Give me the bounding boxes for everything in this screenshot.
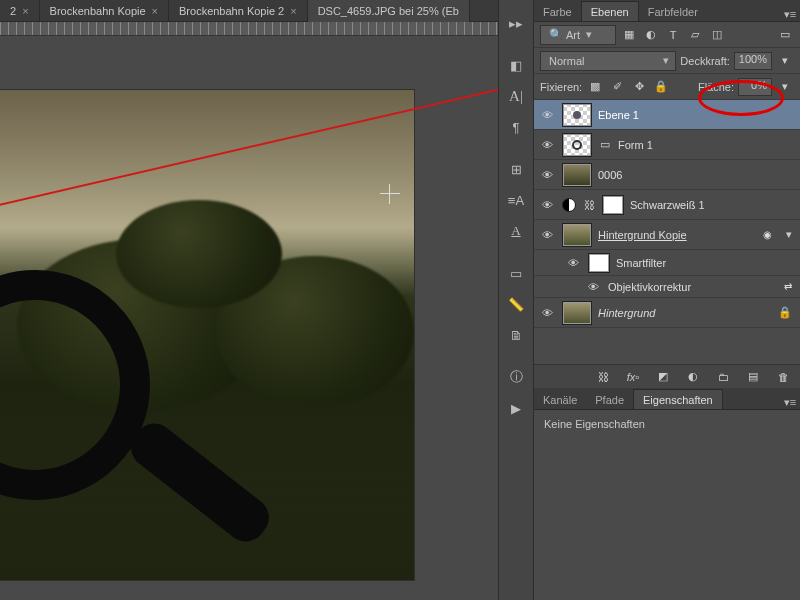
visibility-icon[interactable]: 👁 — [538, 109, 556, 121]
panel-menu-icon[interactable]: ▾≡ — [780, 8, 800, 21]
document-tab[interactable]: Brockenbahn Kopie× — [40, 0, 169, 22]
filter-adjust-icon[interactable]: ◐ — [642, 26, 660, 44]
layer-row[interactable]: 👁 Ebene 1 — [534, 100, 800, 130]
properties-empty-text: Keine Eigenschaften — [544, 418, 645, 430]
layer-thumbnail[interactable] — [562, 103, 592, 127]
measure-panel-icon[interactable]: 📏 — [502, 290, 530, 318]
add-mask-icon[interactable]: ◩ — [654, 368, 672, 386]
document-image[interactable] — [0, 90, 414, 580]
lock-all-icon[interactable]: 🔒 — [652, 78, 670, 96]
tab-swatches[interactable]: Farbfelder — [639, 2, 707, 21]
lock-image-icon[interactable]: ✐ — [608, 78, 626, 96]
history-panel-icon[interactable]: ◧ — [502, 51, 530, 79]
layer-row[interactable]: 👁 ▭ Form 1 — [534, 130, 800, 160]
play-icon[interactable]: ▶ — [502, 394, 530, 422]
fill-input[interactable]: 0% — [738, 78, 772, 96]
canvas-area[interactable] — [0, 36, 498, 600]
layer-thumbnail[interactable] — [562, 133, 592, 157]
character-panel-icon[interactable]: A| — [502, 82, 530, 110]
lock-position-icon[interactable]: ✥ — [630, 78, 648, 96]
close-icon[interactable]: × — [290, 5, 296, 17]
layer-name[interactable]: Objektivkorrektur — [608, 281, 691, 293]
layer-row[interactable]: 👁 Hintergrund 🔒 — [534, 298, 800, 328]
tab-properties[interactable]: Eigenschaften — [633, 389, 723, 409]
vector-mask-icon[interactable]: ▭ — [598, 138, 612, 152]
document-tab[interactable]: 2× — [0, 0, 40, 22]
filter-smart-icon[interactable]: ◫ — [708, 26, 726, 44]
layer-row[interactable]: 👁 ⛓ Schwarzweiß 1 — [534, 190, 800, 220]
document-tab[interactable]: Brockenbahn Kopie 2× — [169, 0, 308, 22]
layer-name[interactable]: Form 1 — [618, 139, 653, 151]
tab-label: 2 — [10, 5, 16, 17]
lock-transparent-icon[interactable]: ▩ — [586, 78, 604, 96]
link-icon[interactable]: ⛓ — [582, 198, 596, 212]
mask-thumbnail[interactable] — [602, 195, 624, 215]
close-icon[interactable]: × — [22, 5, 28, 17]
layer-name[interactable]: Schwarzweiß 1 — [630, 199, 705, 211]
visibility-icon[interactable]: 👁 — [538, 139, 556, 151]
layer-filter-row: 🔍Art▾ ▦ ◐ T ▱ ◫ ▭ — [534, 22, 800, 48]
info-panel-icon[interactable]: ⓘ — [502, 363, 530, 391]
tab-layers[interactable]: Ebenen — [581, 1, 639, 21]
tab-color[interactable]: Farbe — [534, 2, 581, 21]
tab-paths[interactable]: Pfade — [586, 390, 633, 409]
layer-row[interactable]: 👁 Smartfilter — [534, 250, 800, 276]
layer-name[interactable]: Hintergrund — [598, 307, 655, 319]
properties-panel-body: Keine Eigenschaften — [534, 410, 800, 438]
visibility-icon[interactable]: 👁 — [538, 307, 556, 319]
layer-name[interactable]: Hintergrund Kopie — [598, 229, 687, 241]
layer-name[interactable]: Ebene 1 — [598, 109, 639, 121]
new-layer-icon[interactable]: ▤ — [744, 368, 762, 386]
visibility-icon[interactable]: 👁 — [584, 281, 602, 293]
link-layers-icon[interactable]: ⛓ — [594, 368, 612, 386]
blend-mode-dropdown[interactable]: Normal ▾ — [540, 51, 676, 71]
filter-blend-icon[interactable]: ⇄ — [784, 281, 792, 292]
panel-tabbar-properties: Kanäle Pfade Eigenschaften ▾≡ — [534, 388, 800, 410]
visibility-icon[interactable]: 👁 — [564, 257, 582, 269]
delete-layer-icon[interactable]: 🗑 — [774, 368, 792, 386]
char-styles-icon[interactable]: A — [502, 217, 530, 245]
visibility-icon[interactable]: 👁 — [538, 199, 556, 211]
layer-thumbnail[interactable] — [562, 301, 592, 325]
panels-column: Farbe Ebenen Farbfelder ▾≡ 🔍Art▾ ▦ ◐ T ▱… — [534, 0, 800, 600]
layer-fx-icon[interactable]: fx▫ — [624, 368, 642, 386]
layer-list: 👁 Ebene 1 👁 ▭ Form 1 👁 0006 👁 ⛓ Schwarzw… — [534, 100, 800, 328]
close-icon[interactable]: × — [152, 5, 158, 17]
fill-label: Fläche: — [698, 81, 734, 93]
layer-filter-dropdown[interactable]: 🔍Art▾ — [540, 25, 616, 45]
panel-menu-icon[interactable]: ▸▸ — [502, 9, 530, 37]
layer-row[interactable]: 👁 0006 — [534, 160, 800, 190]
new-adjustment-icon[interactable]: ◐ — [684, 368, 702, 386]
opacity-input[interactable]: 100% — [734, 52, 772, 70]
crosshair-cursor — [380, 184, 400, 204]
tab-channels[interactable]: Kanäle — [534, 390, 586, 409]
paragraph-panel-icon[interactable]: ¶ — [502, 113, 530, 141]
layer-row[interactable]: 👁 Objektivkorrektur ⇄ — [534, 276, 800, 298]
document-tab-active[interactable]: DSC_4659.JPG bei 25% (Eb — [308, 0, 470, 22]
layers-footer: ⛓ fx▫ ◩ ◐ 🗀 ▤ 🗑 — [534, 364, 800, 388]
layer-thumbnail[interactable] — [562, 223, 592, 247]
layer-name[interactable]: 0006 — [598, 169, 622, 181]
visibility-icon[interactable]: 👁 — [538, 169, 556, 181]
annotations-icon[interactable]: 🗎 — [502, 321, 530, 349]
layer-name[interactable]: Smartfilter — [616, 257, 666, 269]
visibility-icon[interactable]: 👁 — [538, 229, 556, 241]
filter-toggle-switch[interactable]: ▭ — [776, 26, 794, 44]
panel-menu-icon[interactable]: ▾≡ — [780, 396, 800, 409]
lock-fill-row: Fixieren: ▩ ✐ ✥ 🔒 Fläche: 0% ▾ — [534, 74, 800, 100]
layer-thumbnail[interactable] — [562, 163, 592, 187]
expand-icon[interactable]: ▾ — [782, 228, 796, 242]
layer-row[interactable]: 👁 Hintergrund Kopie ◉ ▾ — [534, 220, 800, 250]
filter-shape-icon[interactable]: ▱ — [686, 26, 704, 44]
opacity-value: 100% — [739, 53, 767, 65]
filter-pixel-icon[interactable]: ▦ — [620, 26, 638, 44]
fill-arrow-icon[interactable]: ▾ — [776, 78, 794, 96]
filter-type-icon[interactable]: T — [664, 26, 682, 44]
glyphs-panel-icon[interactable]: ⊞ — [502, 155, 530, 183]
styles-panel-icon[interactable]: ≡A — [502, 186, 530, 214]
notes-panel-icon[interactable]: ▭ — [502, 259, 530, 287]
filter-mask-thumbnail[interactable] — [588, 253, 610, 273]
opacity-arrow-icon[interactable]: ▾ — [776, 52, 794, 70]
new-group-icon[interactable]: 🗀 — [714, 368, 732, 386]
opacity-label: Deckkraft: — [680, 55, 730, 67]
